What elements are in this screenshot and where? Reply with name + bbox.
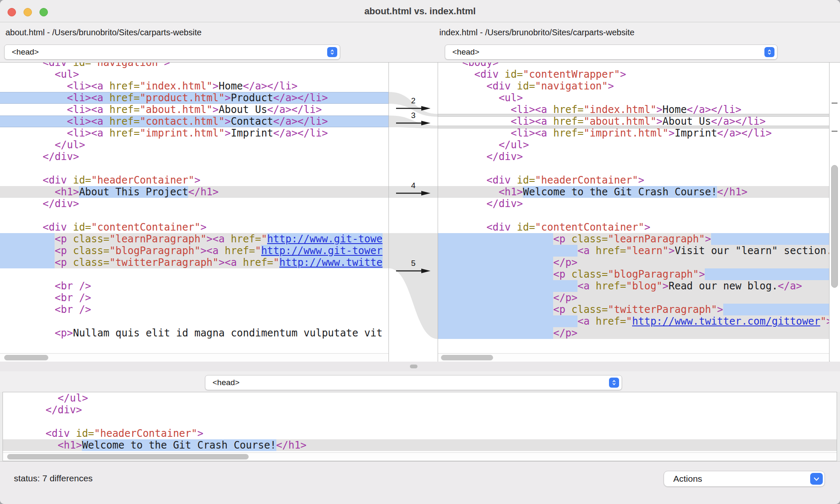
right-file-path: index.html - /Users/brunobrito/Sites/car… (439, 23, 635, 42)
code-line[interactable]: <h1>Welcome to the Git Crash Course!</h1… (3, 439, 837, 451)
code-line[interactable] (438, 163, 829, 174)
code-line[interactable]: </p> (438, 257, 829, 268)
code-line[interactable]: </p> (438, 292, 829, 304)
scrollbar-thumb[interactable] (4, 355, 48, 360)
code-line[interactable]: <br /> (0, 304, 388, 315)
code-line[interactable]: <li><a href="contact.html">Contact</a></… (0, 116, 388, 127)
right-horizontal-scrollbar[interactable] (438, 353, 829, 362)
code-line[interactable]: <a href="learn">Visit our "learn" sectio… (438, 245, 829, 257)
code-line[interactable]: </div> (438, 198, 829, 210)
code-line[interactable]: <p class="learnParagraph"><a href="http:… (0, 233, 388, 245)
indent (0, 304, 55, 315)
code-text: <br /> (55, 292, 91, 304)
code-line[interactable]: <p class="twitterParagraph"><a href="htt… (0, 257, 388, 268)
code-text: </ul> (499, 139, 529, 151)
code-line[interactable]: <br /> (0, 292, 388, 304)
code-line[interactable]: <p class="twitterParagraph"> (438, 304, 829, 315)
code-line[interactable]: <div id="headerContainer"> (0, 174, 388, 186)
right-code-pane[interactable]: <body> <div id="contentWrapper"> <div id… (438, 63, 830, 362)
code-line[interactable] (0, 163, 388, 174)
vertical-scrollbar-thumb[interactable] (831, 165, 838, 288)
line-trail (328, 127, 388, 139)
indent (0, 127, 67, 139)
code-line[interactable]: <h1>About This Project</h1> (0, 186, 388, 198)
indent (438, 80, 486, 92)
code-line[interactable]: <ul> (0, 68, 388, 80)
code-line[interactable]: <li><a href="product.html">Product</a></… (0, 92, 388, 104)
code-line[interactable]: <div id="contentContainer"> (0, 221, 388, 233)
code-line[interactable]: <div id="navigation"> (438, 80, 829, 92)
code-line[interactable]: <div id="contentWrapper"> (438, 68, 829, 80)
code-line[interactable]: <p>Nullam quis elit id magna condimentum… (0, 327, 388, 339)
code-line[interactable]: <p class="learnParagraph"> (438, 233, 829, 245)
scrollbar-thumb[interactable] (441, 355, 493, 360)
indent (438, 127, 511, 139)
code-line[interactable]: <body> (438, 63, 829, 68)
line-trail (578, 327, 829, 339)
merge-horizontal-scrollbar[interactable] (3, 452, 837, 461)
code-line[interactable]: <p class="blogParagraph"> (438, 268, 829, 280)
merge-anchor-popup[interactable]: <head> (205, 375, 622, 390)
diff-area: <div id="navigation"> <ul> <li><a href="… (0, 62, 840, 361)
code-line[interactable]: <ul> (438, 92, 829, 104)
right-anchor-popup[interactable]: <head> (445, 45, 777, 60)
indent (0, 233, 55, 245)
left-code-pane[interactable]: <div id="navigation"> <ul> <li><a href="… (0, 63, 388, 362)
code-line[interactable] (438, 210, 829, 221)
diff-arrow[interactable]: 2 (389, 96, 438, 111)
diff-arrow[interactable]: 5 (389, 259, 438, 274)
code-text: </ul> (55, 139, 85, 151)
line-trail (328, 116, 388, 127)
code-line[interactable]: <a href="blog">Read our new blog.</a> (438, 280, 829, 292)
code-line[interactable] (0, 268, 388, 280)
code-line[interactable]: <li><a href="about.html">About Us</a></l… (0, 104, 388, 116)
line-trail (650, 221, 829, 233)
code-line[interactable]: <div id="headerContainer"> (438, 174, 829, 186)
code-text: <ul> (499, 92, 523, 104)
diff-arrow[interactable]: 3 (389, 111, 438, 126)
indent (3, 428, 45, 439)
code-text: <p class="twitterParagraph"> (553, 304, 723, 315)
indent (438, 268, 553, 280)
code-line[interactable]: <a href="http://www.twitter.com/gittower… (438, 315, 829, 327)
code-line[interactable]: </ul> (0, 139, 388, 151)
code-line[interactable]: <br /> (0, 280, 388, 292)
left-anchor-popup[interactable]: <head> (4, 45, 340, 60)
code-line[interactable] (0, 210, 388, 221)
splitter-handle-icon[interactable] (410, 365, 417, 368)
scrollbar-thumb[interactable] (7, 454, 249, 459)
indent (0, 174, 42, 186)
code-line[interactable]: <li><a href="imprint.html">Imprint</a></… (438, 127, 829, 139)
code-text: <div id="contentContainer"> (42, 221, 206, 233)
code-line[interactable]: <p class="blogParagraph"><a href="http:/… (0, 245, 388, 257)
code-line[interactable]: <div id="navigation"> (0, 63, 388, 68)
code-line[interactable]: </ul> (3, 392, 837, 404)
code-line[interactable]: </div> (3, 404, 837, 416)
code-line[interactable]: <li><a href="index.html">Home</a></li> (0, 80, 388, 92)
line-trail (79, 68, 388, 80)
code-line[interactable]: <h1>Welcome to the Git Crash Course!</h1… (438, 186, 829, 198)
code-line[interactable]: </div> (438, 151, 829, 163)
code-line[interactable]: <div id="contentContainer"> (438, 221, 829, 233)
code-text: <li><a href="imprint.html">Imprint</a></… (511, 127, 772, 139)
line-trail (614, 80, 829, 92)
chevron-down-icon (810, 473, 823, 485)
pane-splitter[interactable] (0, 362, 840, 371)
actions-dropdown[interactable]: Actions (664, 471, 825, 487)
window-title: about.html vs. index.html (0, 0, 840, 22)
code-line[interactable]: </p> (438, 327, 829, 339)
diff-arrow[interactable]: 4 (389, 181, 438, 196)
code-line[interactable]: <div id="headerContainer"> (3, 428, 837, 439)
code-text: <a href="learn">Visit our "learn" sectio… (578, 245, 829, 257)
diff-location-mark (832, 131, 837, 132)
left-horizontal-scrollbar[interactable] (0, 353, 388, 362)
code-line[interactable] (0, 315, 388, 327)
code-line[interactable] (3, 416, 837, 428)
code-line[interactable]: </div> (0, 151, 388, 163)
merge-result-pane[interactable]: </ul> </div> <div id="headerContainer"> … (3, 392, 837, 461)
code-line[interactable]: </ul> (438, 139, 829, 151)
code-line[interactable]: </div> (0, 198, 388, 210)
indent (0, 92, 67, 104)
indent (438, 174, 486, 186)
code-line[interactable]: <li><a href="imprint.html">Imprint</a></… (0, 127, 388, 139)
